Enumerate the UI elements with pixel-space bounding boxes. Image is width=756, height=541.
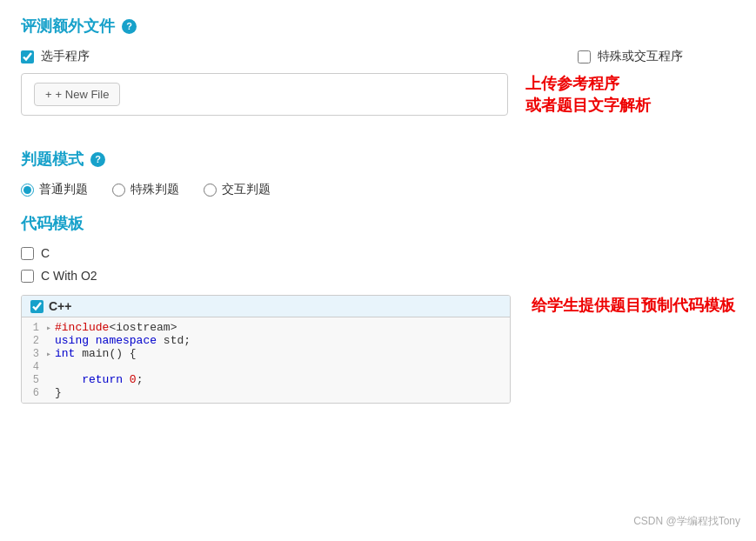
code-line-3: 3 ▸ int main() {	[22, 347, 510, 360]
checkbox-player[interactable]	[21, 50, 34, 63]
checkbox-c-label: C	[41, 246, 50, 260]
code-editor-header: C++	[22, 296, 510, 317]
annotation-line1: 上传参考程序	[525, 73, 651, 95]
line-content-2: using namespace std;	[55, 334, 191, 347]
line-content-6: }	[55, 386, 62, 399]
judge-mode-row: 普通判题 特殊判题 交互判题	[21, 182, 735, 197]
line-content-1: #include<iostream>	[55, 321, 177, 334]
template-cwith02: C With O2	[21, 269, 735, 283]
line-num-5: 5	[22, 374, 46, 386]
line-num-3: 3	[22, 348, 46, 360]
code-line-4: 4	[22, 360, 510, 373]
radio-normal[interactable]	[21, 184, 34, 197]
code-line-5: 5 return 0;	[22, 373, 510, 386]
section1-title: 评测额外文件	[21, 16, 115, 37]
radio-normal-group: 普通判题	[21, 182, 88, 197]
upload-area: + + New File	[21, 73, 508, 116]
code-line-1: 1 ▸ #include<iostream>	[22, 321, 510, 334]
line-num-1: 1	[22, 322, 46, 334]
checkbox-cpp-label: C++	[49, 299, 71, 313]
checkbox-co2-label: C With O2	[41, 269, 97, 283]
section2-help-icon[interactable]: ?	[90, 152, 105, 167]
code-editor-cpp: C++ 1 ▸ #include<iostream> 2	[21, 295, 511, 404]
annotation-code-template-text: 给学生提供题目预制代码模板	[532, 297, 735, 314]
radio-special-label: 特殊判题	[130, 182, 179, 197]
checkbox-player-label: 选手程序	[41, 49, 90, 64]
checkbox-cpp[interactable]	[30, 300, 43, 313]
checkbox-c[interactable]	[21, 247, 34, 260]
section3-title: 代码模板	[21, 213, 84, 234]
line-num-6: 6	[22, 387, 46, 399]
line-content-3: int main() {	[55, 347, 137, 360]
template-c: C	[21, 246, 735, 260]
code-body: 1 ▸ #include<iostream> 2 using namespace…	[22, 317, 510, 403]
checkbox-co2[interactable]	[21, 270, 34, 283]
checkbox-special-label: 特殊或交互程序	[598, 49, 683, 64]
watermark: CSDN @学编程找Tony	[633, 514, 740, 529]
code-line-6: 6 }	[22, 386, 510, 399]
radio-interact-label: 交互判题	[222, 182, 271, 197]
upload-btn-label: + New File	[56, 88, 110, 101]
code-line-2: 2 using namespace std;	[22, 334, 510, 347]
section1-help-icon[interactable]: ?	[122, 19, 137, 34]
line-num-4: 4	[22, 361, 46, 373]
radio-interact-group: 交互判题	[204, 182, 271, 197]
annotation-text: 上传参考程序 或者题目文字解析	[525, 73, 651, 117]
radio-normal-label: 普通判题	[39, 182, 88, 197]
radio-special[interactable]	[112, 184, 125, 197]
section2-title: 判题模式	[21, 149, 84, 170]
annotation-code-template: 给学生提供题目预制代码模板	[532, 295, 735, 317]
new-file-button[interactable]: + + New File	[34, 83, 120, 106]
plus-icon: +	[45, 88, 52, 101]
radio-special-group: 特殊判题	[112, 182, 179, 197]
annotation-line2: 或者题目文字解析	[525, 95, 651, 117]
checkbox-special-program[interactable]	[578, 50, 591, 63]
radio-interact[interactable]	[204, 184, 217, 197]
line-content-4	[55, 360, 62, 373]
line-num-2: 2	[22, 335, 46, 347]
line-content-5: return 0;	[55, 373, 143, 386]
